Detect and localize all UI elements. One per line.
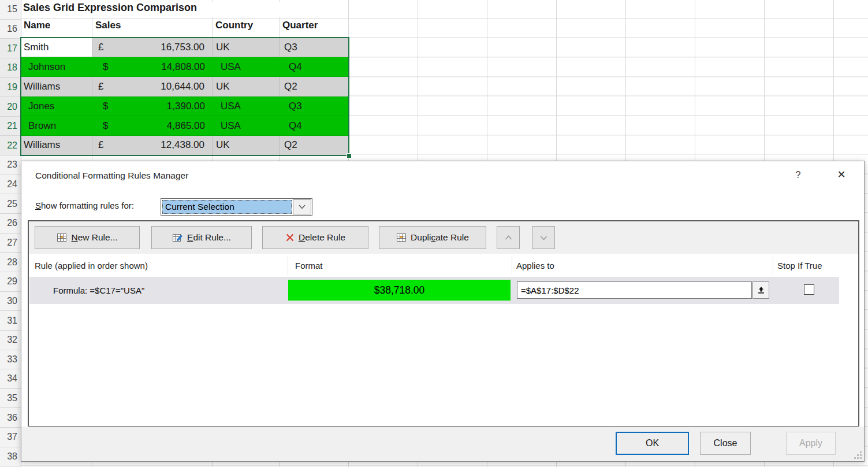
row-header[interactable]: 33: [0, 350, 21, 370]
table-row: Brown $4,865.00 USA Q4: [21, 116, 349, 136]
row-header[interactable]: 22: [0, 136, 21, 155]
row-header[interactable]: 27: [0, 233, 21, 253]
sheet-title-cell[interactable]: Sales Grid Expression Comparison: [23, 2, 293, 17]
show-rules-dropdown[interactable]: Current Selection: [161, 198, 312, 216]
cell-quarter[interactable]: Q4: [280, 116, 349, 136]
cell-quarter[interactable]: Q2: [280, 77, 349, 97]
label-rest: how formatting rules for:: [41, 201, 134, 210]
row-header[interactable]: 29: [0, 272, 21, 292]
cell-name[interactable]: Williams: [21, 136, 92, 155]
cell-country[interactable]: USA: [213, 116, 280, 136]
cell-name[interactable]: Jones: [21, 97, 92, 116]
edit-rule-icon: [172, 233, 183, 243]
applies-to-input[interactable]: [517, 281, 752, 299]
fill-handle[interactable]: [347, 153, 352, 158]
table-row: Williams £10,644.00 UK Q2: [21, 77, 349, 97]
duplicate-rule-icon: [396, 233, 407, 242]
excel-window: 15 16 17 18 19 20 21 22 23 24 25 26 27 2…: [0, 0, 868, 467]
row-header[interactable]: 24: [0, 175, 21, 195]
column-separator: [512, 256, 512, 275]
show-rules-label: Show formatting rules for:: [35, 201, 134, 210]
row-header[interactable]: 31: [0, 311, 21, 331]
cell-sales[interactable]: £16,753.00: [92, 38, 213, 58]
cell-sales[interactable]: $14,808.00: [92, 57, 213, 77]
row-header[interactable]: 21: [0, 117, 21, 136]
row-header[interactable]: 18: [0, 58, 21, 78]
row-header[interactable]: 20: [0, 97, 21, 117]
chevron-up-icon: [505, 235, 512, 240]
apply-button: Apply: [786, 432, 836, 455]
edit-rule-button[interactable]: Edit Rule...: [151, 226, 252, 249]
row-header[interactable]: 34: [0, 369, 21, 389]
column-header-country[interactable]: Country: [213, 20, 280, 37]
accel-letter: S: [35, 201, 41, 210]
row-header[interactable]: 28: [0, 253, 21, 272]
cell-country[interactable]: USA: [213, 97, 280, 116]
row-header[interactable]: 15: [0, 0, 21, 20]
amount: 4,865.00: [167, 120, 205, 132]
resize-grip[interactable]: [854, 451, 862, 459]
button-label: Edit Rule...: [187, 232, 231, 243]
delete-rule-button[interactable]: Delete Rule: [262, 226, 368, 249]
rules-list-header: Rule (applied in order shown) Format App…: [29, 254, 858, 277]
chevron-down-icon[interactable]: [293, 199, 311, 214]
cell-quarter[interactable]: Q3: [280, 38, 349, 58]
move-rule-down-button[interactable]: [532, 226, 555, 249]
amount: 10,644.00: [161, 81, 204, 92]
dropdown-selected-value: Current Selection: [162, 200, 292, 214]
close-button[interactable]: Close: [700, 432, 751, 455]
cell-name[interactable]: Smith: [21, 38, 92, 58]
close-icon[interactable]: ✕: [833, 168, 850, 183]
row-header[interactable]: 23: [0, 155, 21, 175]
dialog-title: Conditional Formatting Rules Manager: [35, 171, 188, 181]
row-header[interactable]: 30: [0, 292, 21, 312]
column-header-sales[interactable]: Sales: [92, 20, 213, 37]
cell-name[interactable]: Johnson: [21, 57, 92, 77]
row-header[interactable]: 38: [0, 447, 21, 467]
header-rule: Rule (applied in order shown): [35, 254, 148, 277]
cell-quarter[interactable]: Q3: [280, 97, 349, 116]
cell-sales[interactable]: £10,644.00: [92, 77, 213, 97]
column-header-name[interactable]: Name: [21, 20, 92, 37]
cell-sales[interactable]: $4,865.00: [92, 116, 213, 136]
table-row: Jones $1,390.00 USA Q3: [21, 97, 349, 116]
cell-name[interactable]: Brown: [21, 116, 92, 136]
new-rule-button[interactable]: New Rule...: [35, 226, 140, 249]
amount: 16,753.00: [161, 42, 204, 53]
row-header[interactable]: 35: [0, 389, 21, 409]
format-preview: $38,718.00: [288, 280, 511, 301]
duplicate-rule-button[interactable]: Duplicate Rule: [379, 226, 486, 249]
move-rule-up-button[interactable]: [497, 226, 520, 249]
row-header[interactable]: 37: [0, 428, 21, 447]
chevron-down-icon: [540, 235, 547, 240]
stop-if-true-checkbox[interactable]: [804, 284, 814, 295]
rules-panel: New Rule... Edit Rule... Delete Rule Dup…: [28, 220, 859, 427]
ok-button[interactable]: OK: [616, 432, 689, 455]
row-header[interactable]: 25: [0, 194, 21, 214]
row-header[interactable]: 17: [0, 39, 21, 58]
column-header-quarter[interactable]: Quarter: [280, 20, 349, 37]
cell-country[interactable]: UK: [213, 38, 280, 58]
button-label: Delete Rule: [299, 232, 345, 243]
row-header[interactable]: 16: [0, 20, 21, 39]
amount: 1,390.00: [167, 101, 205, 112]
collapse-dialog-icon[interactable]: [752, 281, 769, 299]
cell-quarter[interactable]: Q4: [280, 57, 349, 77]
currency-symbol: £: [98, 42, 103, 53]
currency-symbol: £: [98, 139, 103, 151]
cf-rules-manager-dialog: Conditional Formatting Rules Manager ? ✕…: [21, 161, 865, 462]
cell-sales[interactable]: £12,438.00: [92, 136, 213, 155]
cell-sales[interactable]: $1,390.00: [92, 97, 213, 116]
row-header[interactable]: 19: [0, 78, 21, 98]
cell-country[interactable]: UK: [213, 136, 280, 155]
cell-quarter[interactable]: Q2: [280, 136, 349, 155]
row-header[interactable]: 26: [0, 214, 21, 233]
cell-country[interactable]: USA: [213, 57, 280, 77]
cell-country[interactable]: UK: [213, 77, 280, 97]
row-header[interactable]: 32: [0, 331, 21, 350]
button-label: Duplicate Rule: [411, 232, 469, 243]
rule-list-item[interactable]: Formula: =$C17="USA" $38,718.00: [29, 277, 839, 304]
row-header[interactable]: 36: [0, 408, 21, 428]
help-button[interactable]: ?: [792, 170, 804, 183]
cell-name[interactable]: Williams: [21, 77, 92, 97]
